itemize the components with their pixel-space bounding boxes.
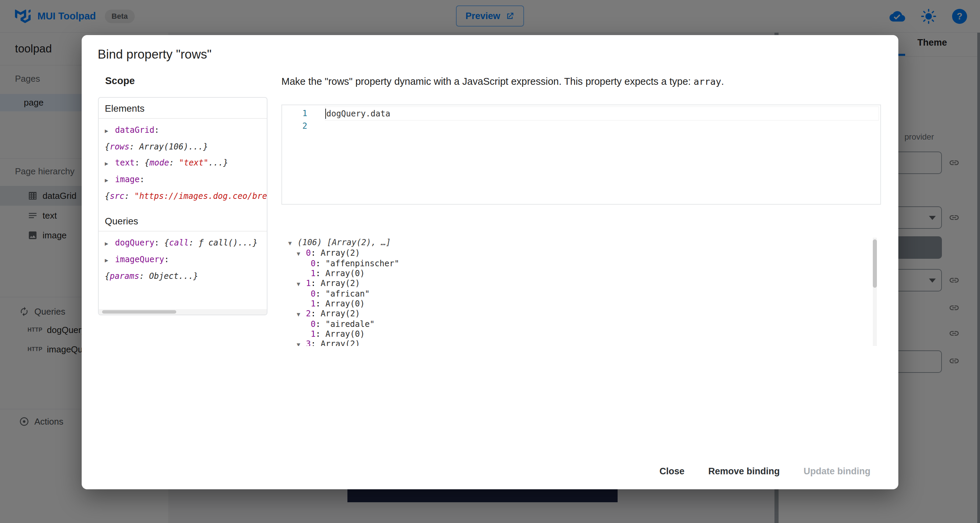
preview-node[interactable]: ▼0: Array(2)	[282, 248, 882, 259]
preview-value: Array(2)	[321, 279, 360, 288]
preview-value: Array(2)	[321, 339, 360, 346]
preview-key: src	[110, 191, 124, 201]
collapse-arrow-icon[interactable]: ▼	[288, 238, 298, 248]
punctuation: {	[105, 191, 110, 201]
scope-node-image[interactable]: ▶image: {src: "https://images.dog.ceo/br…	[105, 172, 261, 204]
instruction-period: .	[721, 76, 724, 87]
preview-key: 1	[311, 329, 315, 339]
punctuation: :	[315, 319, 325, 329]
expander-icon[interactable]: ▶	[105, 252, 115, 268]
expander-icon[interactable]: ▶	[105, 156, 115, 172]
punctuation: {	[105, 271, 110, 281]
punctuation: :	[140, 175, 144, 184]
preview-leaf: 0: "airedale"	[282, 319, 882, 329]
preview-leaf: 1: Array(0)	[282, 269, 882, 279]
instruction-text: Make the "rows" property dynamic with a …	[282, 76, 694, 87]
punctuation: :	[311, 309, 321, 318]
punctuation: :	[315, 269, 325, 278]
punctuation: {	[164, 238, 169, 247]
close-button[interactable]: Close	[653, 461, 691, 482]
collapse-arrow-icon[interactable]: ▼	[297, 340, 306, 346]
js-expression-editor[interactable]: 1 2 dogQuery.data	[282, 105, 881, 205]
elements-header: Elements	[99, 98, 267, 119]
punctuation: :	[311, 279, 321, 288]
preview-value: Array(106)	[139, 142, 189, 151]
punctuation: :	[169, 158, 179, 167]
line-number: 1	[282, 107, 316, 120]
preview-key: 0	[311, 259, 315, 268]
preview-node[interactable]: ▼3: Array(2)	[282, 339, 882, 346]
preview-leaf: 1: Array(0)	[282, 329, 882, 339]
node-name: dogQuery	[115, 238, 154, 247]
scope-horizontal-scrollbar-thumb[interactable]	[102, 310, 176, 314]
collapse-arrow-icon[interactable]: ▼	[297, 279, 306, 289]
expander-icon[interactable]: ▶	[105, 172, 115, 188]
preview-key: 0	[306, 248, 311, 258]
punctuation: :	[154, 238, 164, 247]
punctuation: :	[139, 271, 149, 281]
punctuation: :	[164, 255, 169, 264]
preview-key: mode	[150, 158, 169, 167]
punctuation: :	[135, 158, 145, 167]
scope-node-datagrid[interactable]: ▶dataGrid: {rows: Array(106)...}	[105, 122, 261, 155]
punctuation: :	[315, 259, 325, 268]
punctuation: :	[311, 339, 321, 346]
queries-header: Queries	[99, 210, 267, 231]
preview-key: 0	[311, 319, 315, 329]
expected-type: array	[694, 76, 721, 87]
scope-node-imagequery[interactable]: ▶imageQuery: {params: Object...}	[105, 252, 261, 284]
expression-result-preview: ▼(106) [Array(2), …] ▼0: Array(2) 0: "af…	[282, 238, 882, 346]
collapse-arrow-icon[interactable]: ▼	[297, 249, 306, 259]
preview-key: 1	[311, 269, 315, 278]
preview-key: 1	[311, 299, 315, 308]
dialog-title: Bind property "rows"	[98, 47, 212, 62]
preview-value: Array(0)	[325, 329, 365, 339]
punctuation: ...}	[238, 238, 258, 247]
node-name: text	[115, 158, 135, 167]
preview-value: Array(0)	[325, 269, 365, 278]
array-summary: (106) [Array(2), …]	[298, 238, 391, 247]
preview-leaf: 1: Array(0)	[282, 299, 882, 309]
punctuation: :	[315, 289, 325, 299]
punctuation: ...}	[208, 158, 228, 167]
collapse-arrow-icon[interactable]: ▼	[297, 309, 306, 319]
preview-value: Array(2)	[321, 248, 360, 258]
scope-browser: Elements ▶dataGrid: {rows: Array(106)...…	[98, 97, 267, 315]
node-preview: {rows: Array(106)...}	[105, 139, 208, 155]
preview-value: "text"	[179, 158, 208, 167]
node-preview: {call: ƒ call()...}	[164, 235, 258, 251]
preview-value: "african"	[325, 289, 369, 299]
preview-key: call	[169, 238, 189, 247]
preview-key: 0	[311, 289, 315, 299]
punctuation: :	[311, 248, 321, 258]
preview-leaf: 0: "african"	[282, 289, 882, 299]
punctuation: {	[105, 142, 110, 151]
preview-scrollbar-thumb[interactable]	[873, 239, 877, 288]
editor-current-line[interactable]: dogQuery.data	[325, 107, 879, 121]
node-name: imageQuery	[115, 255, 164, 264]
node-name: image	[115, 175, 140, 184]
text-cursor	[325, 108, 326, 119]
punctuation: :	[189, 238, 199, 247]
elements-tree: ▶dataGrid: {rows: Array(106)...} ▶text: …	[99, 119, 267, 204]
scope-node-dogquery[interactable]: ▶dogQuery: {call: ƒ call()...}	[105, 235, 261, 252]
dialog-instruction: Make the "rows" property dynamic with a …	[282, 76, 867, 87]
preview-node[interactable]: ▼1: Array(2)	[282, 279, 882, 289]
dialog-footer: Close Remove binding Update binding	[653, 461, 877, 482]
remove-binding-button[interactable]: Remove binding	[702, 461, 786, 482]
preview-node[interactable]: ▼2: Array(2)	[282, 309, 882, 319]
preview-value: Array(0)	[325, 299, 365, 308]
expander-icon[interactable]: ▶	[105, 123, 115, 139]
bind-property-dialog: Bind property "rows" Scope Elements ▶dat…	[82, 35, 898, 489]
preview-value: "https://images.dog.ceo/bre	[134, 191, 267, 201]
update-binding-button: Update binding	[798, 461, 877, 482]
node-name: dataGrid	[115, 125, 154, 135]
scope-node-text[interactable]: ▶text: {mode: "text"...}	[105, 155, 261, 172]
expander-icon[interactable]: ▶	[105, 236, 115, 252]
queries-tree: ▶dogQuery: {call: ƒ call()...} ▶imageQue…	[99, 231, 267, 284]
preview-value: "affenpinscher"	[325, 259, 399, 268]
preview-key: rows	[110, 142, 129, 151]
punctuation: {	[145, 158, 150, 167]
punctuation: :	[154, 125, 159, 135]
preview-root-node[interactable]: ▼(106) [Array(2), …]	[282, 238, 882, 248]
